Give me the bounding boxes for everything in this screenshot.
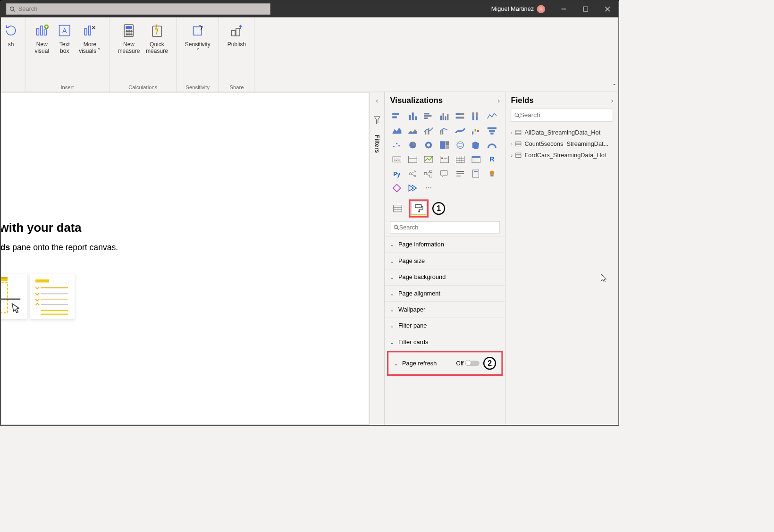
svg-line-106 [427,174,429,176]
chevron-right-icon[interactable]: › [497,96,500,104]
viz-donut[interactable] [422,139,436,151]
viz-scatter[interactable] [390,139,404,151]
viz-stacked-bar[interactable] [390,110,404,123]
viz-kpi[interactable] [422,153,436,166]
viz-key-influencers[interactable] [406,168,420,180]
viz-qna[interactable] [437,168,451,180]
svg-rect-7 [41,26,43,35]
viz-power-automate[interactable] [406,182,420,194]
format-search-input[interactable] [399,224,496,230]
svg-line-105 [427,171,429,174]
svg-rect-83 [409,156,417,162]
viz-gauge[interactable] [485,139,499,151]
section-page-background[interactable]: ⌄Page background [385,269,505,285]
viz-decomposition[interactable] [422,168,436,180]
table-item[interactable]: ›Count5secons_StreamingDat... [511,138,613,150]
viz-treemap[interactable] [437,139,451,151]
svg-point-98 [414,171,416,172]
section-page-information[interactable]: ⌄Page information [385,236,505,253]
callout-format-tab [409,199,429,217]
viz-table[interactable] [454,153,467,166]
ribbon-group-insert: Insert [60,81,74,90]
viz-power-apps[interactable] [390,182,404,194]
table-item[interactable]: ›AllData_StreamingData_Hot [511,127,613,138]
fields-tab-icon [393,204,403,213]
filters-pane-collapsed[interactable]: ‹ Filters [369,92,384,425]
collapse-ribbon-button[interactable]: ˆ [614,84,615,90]
section-page-alignment[interactable]: ⌄Page alignment [385,285,505,301]
canvas-illustration [1,274,76,319]
viz-ribbon[interactable] [454,125,467,137]
viz-line[interactable] [485,110,499,123]
ribbon: sh New visual A Text box More visuals ˅ … [1,17,619,92]
viz-r[interactable]: R [485,153,499,166]
svg-rect-103 [429,170,432,173]
chevron-right-icon: › [511,130,512,135]
viz-clustered-column[interactable] [437,110,451,123]
viz-map[interactable] [454,139,467,151]
viz-multirow-card[interactable] [406,153,420,166]
format-tab[interactable] [411,202,426,215]
window-maximize-button[interactable] [575,1,597,17]
viz-stacked-area[interactable] [406,125,420,137]
viz-filled-map[interactable] [469,139,483,151]
global-search[interactable] [6,3,270,15]
page-refresh-toggle[interactable]: Off [456,360,480,367]
svg-rect-118 [418,211,420,212]
section-filter-pane[interactable]: ⌄Filter pane [385,318,505,334]
viz-pie[interactable] [406,139,420,151]
publish-button[interactable]: Publish [224,21,249,49]
section-page-size[interactable]: ⌄Page size [385,253,505,269]
svg-rect-14 [84,28,87,35]
table-item[interactable]: ›FordCars_StreamingData_Hot [511,150,613,161]
avatar[interactable] [537,5,546,13]
viz-funnel[interactable] [485,125,499,137]
chevron-right-icon[interactable]: › [611,96,613,104]
window-close-button[interactable] [597,1,618,17]
fields-search-input[interactable] [520,111,610,119]
window-minimize-button[interactable] [553,1,574,17]
viz-100-column[interactable] [469,110,483,123]
chevron-down-icon: ⌄ [390,258,395,264]
chevron-down-icon: ⌄ [394,360,398,366]
viz-100-bar[interactable] [454,110,467,123]
svg-point-71 [396,143,397,144]
viz-line-column[interactable] [422,125,436,137]
svg-rect-66 [477,130,479,132]
viz-area[interactable] [390,125,404,137]
viz-smart-narrative[interactable] [454,168,467,180]
svg-rect-77 [446,141,449,145]
viz-stacked-column[interactable] [406,110,420,123]
svg-rect-30 [1,282,8,312]
report-canvas[interactable]: ls with your data Fields pane onto the r… [1,92,370,425]
quick-measure-button[interactable]: Quick measure [143,21,171,56]
viz-card[interactable]: 123 [390,153,404,166]
chevron-left-icon[interactable]: ‹ [376,97,378,105]
sensitivity-button[interactable]: Sensitivity˅ [182,21,213,56]
new-measure-button[interactable]: New measure [115,21,143,56]
fields-pane: Fields › ›AllData_StreamingData_Hot ›Cou… [505,92,618,425]
viz-line-clustered[interactable] [437,125,451,137]
more-visuals-button[interactable]: More visuals ˅ [76,21,104,56]
viz-paginated[interactable] [469,168,483,180]
svg-rect-86 [440,156,449,162]
viz-more[interactable]: ⋯ [422,182,436,194]
format-search[interactable] [390,221,500,234]
viz-matrix[interactable] [469,153,483,166]
section-wallpaper[interactable]: ⌄Wallpaper [385,301,505,317]
global-search-input[interactable] [18,6,267,12]
viz-clustered-bar[interactable] [422,110,436,123]
user-name[interactable]: Miguel Martinez [491,6,534,12]
svg-point-79 [457,142,463,148]
text-box-button[interactable]: A Text box [53,21,76,56]
viz-python[interactable]: Py [390,168,404,180]
refresh-fragment-button[interactable]: sh [2,21,20,49]
viz-waterfall[interactable] [469,125,483,137]
fields-tab[interactable] [390,202,405,215]
viz-arcgis[interactable] [485,168,499,180]
section-page-refresh[interactable]: ⌄ Page refresh Off 2 [387,351,503,376]
fields-search[interactable] [511,109,613,121]
section-filter-cards[interactable]: ⌄Filter cards [385,334,505,350]
new-visual-button[interactable]: New visual [31,21,53,56]
viz-slicer[interactable] [437,153,451,166]
